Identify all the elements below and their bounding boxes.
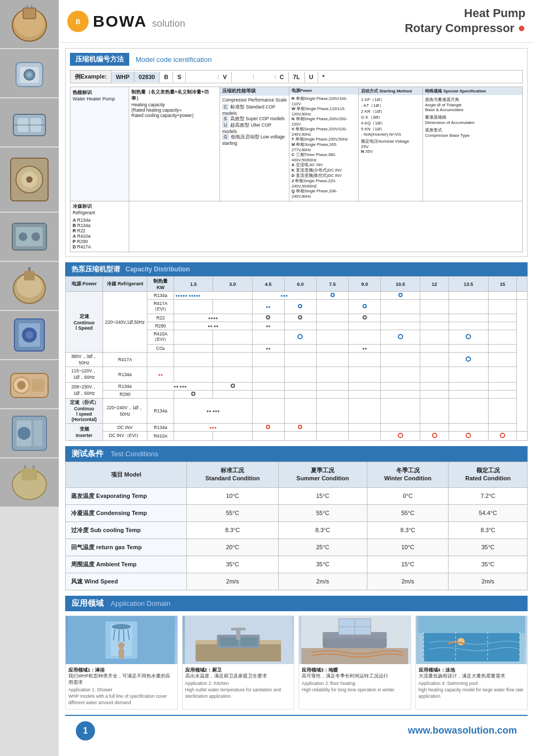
app-en-desc-pool: high heating capacity model for large wa… <box>419 687 525 700</box>
blank <box>252 432 284 441</box>
col-kw: 制热量KW <box>147 277 174 292</box>
blank <box>349 367 381 383</box>
blank <box>420 424 449 432</box>
dots-r417a: ●● <box>252 300 284 314</box>
power-dc-inv-evi: DC INV（EVI） <box>103 432 147 441</box>
svg-point-19 <box>19 232 27 241</box>
test-subcool-summer: 8.3°C <box>278 521 367 539</box>
blank <box>213 432 252 441</box>
blank <box>349 383 381 391</box>
test-evap-std: 10°C <box>187 487 278 504</box>
table-row: 蒸发温度 Evaporating Temp 10°C 15°C 0°C 7.2°… <box>66 487 528 504</box>
ref-r410a-evi: R410A（EVI） <box>147 330 174 345</box>
table-row: 定速（卧式）Continuol speed(Horizontal) 220~24… <box>66 399 528 424</box>
starting-method: 启动方式 Starting Method 1 KP（1Ø） - KT（1Ø） 2… <box>359 87 423 201</box>
test-return-winter: 10°C <box>367 539 449 556</box>
model-section-header: 压缩机编号方法 Model code icentification <box>70 53 523 66</box>
app-zh-desc-pool: 大流量低扬程设计，满足大量热需量需求 <box>419 673 525 680</box>
horiz-group: 定速（卧式）Continuol speed(Horizontal) <box>66 399 103 424</box>
blank <box>284 383 316 391</box>
code-blank2 <box>232 75 254 79</box>
svg-line-49 <box>123 630 124 642</box>
blank <box>349 322 381 330</box>
power-380: 380V，3Ø，50Hz <box>66 353 103 367</box>
heating-label: 热能标识 Water Heater Pump <box>70 87 129 201</box>
performance-label: 压缩机性能等级 Compressor Performance Scale C标准… <box>220 87 289 201</box>
dots-inv3 <box>284 424 316 432</box>
blank <box>420 314 449 322</box>
svg-text:B: B <box>76 18 81 26</box>
blank <box>349 292 381 300</box>
test-return-summer: 25°C <box>278 539 367 556</box>
app-section: 应用领域 Application Domain <box>65 596 528 710</box>
blank <box>316 432 348 441</box>
ref-co2: CO₂ <box>147 345 174 353</box>
test-ambient-rated: 35°C <box>449 556 528 573</box>
model-section: 压缩机编号方法 Model code icentification 例Examp… <box>65 48 528 257</box>
blank <box>349 353 381 367</box>
svg-rect-32 <box>32 379 44 392</box>
blank <box>381 399 420 424</box>
power-208: 208~230V，1Ø，60Hz <box>66 383 103 399</box>
title-line2: Rotary Compressor <box>405 21 514 35</box>
test-ambient-winter: 15°C <box>367 556 449 573</box>
blank <box>488 345 516 353</box>
app-zh-title-pool: 应用领域4：泳池 <box>419 667 525 674</box>
sidebar-img-7 <box>0 311 59 359</box>
dots-r134a-2: ●●● <box>252 292 316 300</box>
blank <box>449 383 488 391</box>
speed-group: 定速Continuol Speed <box>66 292 103 353</box>
blank <box>381 322 420 330</box>
blank <box>316 391 348 399</box>
app-en-desc-shower: WHP models with a full line of specifica… <box>68 693 175 706</box>
dots-inv-evi2 <box>420 432 449 441</box>
ref-r290-208: R290 <box>103 391 147 399</box>
dots-r22d <box>349 314 381 322</box>
svg-rect-2 <box>23 8 36 19</box>
dots-horiz: ●● ●●● <box>174 399 253 424</box>
blank <box>284 367 316 383</box>
blank <box>316 399 348 424</box>
code-s: S <box>173 72 186 82</box>
app-en: Application Domain <box>111 599 170 607</box>
col-45: 4.5 <box>252 277 284 292</box>
refrigerant-section: 冷媒标识 Refrigerant A R134a B R134a R R22 A… <box>70 201 129 252</box>
blank <box>349 330 381 345</box>
blank <box>174 300 213 314</box>
blank <box>316 314 348 322</box>
header: B BOWA solution Heat Pump Rotary Compres… <box>59 0 534 43</box>
test-ambient-summer: 35°C <box>278 556 367 573</box>
blank <box>420 399 449 424</box>
blank <box>488 322 516 330</box>
svg-rect-52 <box>119 649 124 658</box>
ref-r134a-horiz: R134a <box>147 399 174 424</box>
blank <box>488 300 516 314</box>
power-220: 220~240V,1Ø,50Hz <box>103 292 147 353</box>
app-zh-desc-shower: 我们WHP机型种类齐全，可满足不同热水量的应用需求 <box>68 673 175 686</box>
app-en-title-kitchen: Application 2: Kitchen <box>185 681 292 687</box>
blank <box>381 383 420 391</box>
test-cond-label: 冷凝温度 Condensing Temp <box>66 504 187 521</box>
table-row: 115~120V，1Ø，60Hz R134a ●● <box>66 367 528 383</box>
ref-r134a: R134a <box>147 292 174 300</box>
test-col-winter: 冬季工况Winter Condition <box>367 462 449 488</box>
dots-co2: ●● <box>252 345 284 353</box>
table-row: DC INV（EVI） R410A <box>66 432 528 441</box>
col-extra <box>517 277 528 292</box>
blank <box>517 432 528 441</box>
dots-r134a-208b <box>213 383 252 391</box>
col-135: 13.5 <box>449 277 488 292</box>
col-60: 6.0 <box>284 277 316 292</box>
blank <box>316 345 348 353</box>
dots-inv-evi1 <box>381 432 420 441</box>
blank <box>316 353 348 367</box>
blank <box>381 353 420 367</box>
table-row: 变频Inverter DC INV R134a ●●● <box>66 424 528 432</box>
app-item-kitchen: 应用领域2：厨卫 高出水温度，满足厨卫及家庭卫生要求 Application 2… <box>182 615 295 710</box>
test-cond-summer: 55°C <box>278 504 367 521</box>
svg-rect-71 <box>418 616 525 633</box>
table-row: 周围温度 Ambient Temp 35°C 35°C 15°C 35°C <box>66 556 528 573</box>
app-zh-desc-floor: 高可靠性，满足冬季长时间运转工况运行 <box>302 673 408 680</box>
app-header: 应用领域 Application Domain <box>65 596 528 611</box>
blank <box>174 330 213 345</box>
